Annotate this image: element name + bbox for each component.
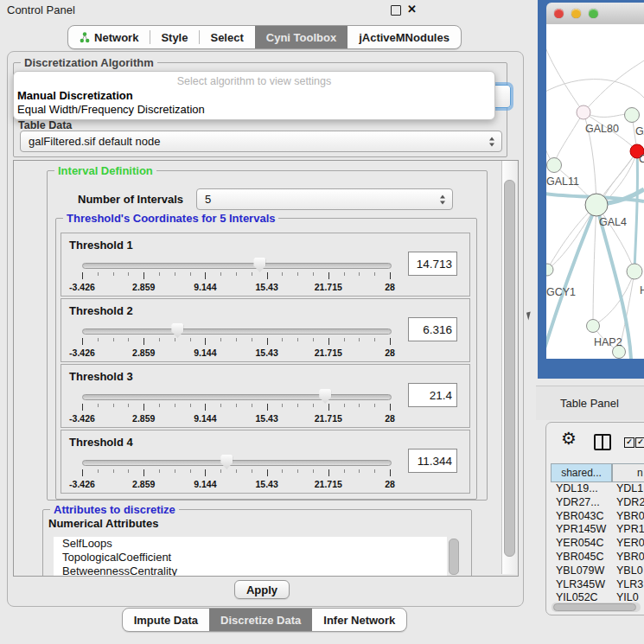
tick-label: 28: [385, 479, 395, 489]
table-header-row: shared... n: [551, 463, 644, 482]
tick-label: 2.859: [132, 282, 155, 292]
network-canvas[interactable]: GAL80GACGAL11GAL4GCY1HHAP2: [546, 24, 644, 359]
dropdown-hint: Select algorithm to view settings: [14, 75, 494, 87]
minimize-traffic-light-icon[interactable]: [571, 9, 581, 18]
table-row[interactable]: YPR145WYPR1: [551, 523, 644, 537]
zoom-traffic-light-icon[interactable]: [589, 9, 598, 18]
slider-thumb[interactable]: [319, 389, 331, 404]
table-row[interactable]: YDL19...YDL1: [551, 482, 644, 496]
table-row[interactable]: YIL052CYIL0: [551, 591, 644, 603]
attribute-list-item[interactable]: BetweennessCentrality: [54, 564, 447, 577]
checkbox-icon[interactable]: ✓: [635, 437, 644, 448]
column-header-name[interactable]: n: [612, 463, 644, 482]
columns-icon[interactable]: [594, 434, 611, 450]
table-rows[interactable]: YDL19...YDL1YDR27...YDR2YBR043CYBR0YPR14…: [551, 482, 644, 603]
network-node[interactable]: [627, 264, 642, 279]
slider-tick-labels: -3.4262.8599.14415.4321.71528: [82, 479, 390, 489]
tick-mark: [344, 404, 345, 407]
tick-mark: [113, 404, 114, 407]
column-header-shared[interactable]: shared...: [551, 463, 612, 482]
network-node-label: GAL80: [585, 123, 619, 135]
number-of-intervals-select[interactable]: 5: [196, 188, 453, 210]
slider-thumb[interactable]: [220, 455, 233, 469]
tick-mark: [190, 469, 191, 473]
threshold-value-field[interactable]: [408, 383, 457, 407]
network-node[interactable]: [587, 320, 600, 333]
tick-mark: [328, 469, 329, 476]
number-of-intervals-label: Number of Intervals: [78, 193, 183, 206]
tick-mark: [98, 338, 99, 341]
panel-scrollbar-track[interactable]: [501, 161, 517, 574]
threshold-slider[interactable]: -3.4262.8599.14415.4321.71528: [82, 389, 390, 425]
network-node[interactable]: [625, 108, 640, 123]
cell-name: YPR1: [616, 523, 644, 535]
checkbox-icon[interactable]: ✓: [624, 437, 634, 448]
network-view-window: GAL80GACGAL11GAL4GCY1HHAP2: [538, 0, 644, 379]
discretization-algorithm-title: Discretization Algorithm: [21, 56, 157, 69]
threshold-value-field[interactable]: [408, 449, 457, 473]
tick-mark: [267, 338, 268, 345]
tab-jactivemnodules[interactable]: jActiveMNodules: [348, 26, 461, 48]
apply-button[interactable]: Apply: [234, 580, 290, 599]
slider-track[interactable]: [82, 394, 392, 400]
tick-mark: [113, 272, 114, 276]
tick-mark: [175, 404, 175, 407]
table-row[interactable]: YBR043CYBR0: [551, 510, 644, 524]
tick-mark: [220, 404, 221, 407]
tick-mark: [220, 338, 221, 341]
threshold-slider[interactable]: -3.4262.8599.14415.4321.71528: [82, 455, 390, 491]
table-row[interactable]: YBL079WYBL0: [551, 564, 644, 578]
network-node[interactable]: [585, 194, 608, 216]
table-row[interactable]: YBR045CYBR0: [551, 551, 644, 564]
close-traffic-light-icon[interactable]: [554, 9, 564, 18]
tab-network[interactable]: Network: [68, 26, 150, 48]
tab-style[interactable]: Style: [150, 26, 199, 48]
attribute-list-item[interactable]: TopologicalCoefficient: [54, 551, 447, 564]
slider-track[interactable]: [82, 328, 392, 335]
attribute-list-item[interactable]: SelfLoops: [54, 537, 447, 551]
tab-discretize-data[interactable]: Discretize Data: [209, 609, 312, 631]
network-window-titlebar[interactable]: [546, 3, 644, 25]
table-row[interactable]: YER054CYER0: [551, 537, 644, 551]
attributes-list-scrollbar[interactable]: [449, 539, 459, 575]
threshold-slider[interactable]: -3.4262.8599.14415.4321.71528: [82, 323, 390, 360]
close-icon[interactable]: ✕: [407, 3, 417, 16]
settings-scroll-panel: Interval Definition Number of Intervals …: [13, 160, 519, 577]
table-row[interactable]: YDR27...YDR2: [551, 496, 644, 510]
threshold-panel: Threshold 2-3.4262.8599.14415.4321.71528: [61, 298, 470, 362]
tick-mark: [390, 338, 391, 345]
dropdown-option-manual[interactable]: Manual Discretization: [17, 89, 133, 102]
tab-impute-data[interactable]: Impute Data: [123, 609, 209, 631]
float-window-icon[interactable]: [391, 5, 401, 16]
tick-mark: [297, 272, 298, 276]
table-row[interactable]: YLR345WYLR3: [551, 578, 644, 592]
threshold-slider[interactable]: -3.4262.8599.14415.4321.71528: [82, 258, 390, 294]
tab-select[interactable]: Select: [199, 26, 254, 48]
panel-scrollbar-thumb[interactable]: [504, 180, 515, 557]
network-node[interactable]: [547, 158, 562, 173]
tab-infer-network[interactable]: Infer Network: [312, 609, 406, 631]
table-data-select[interactable]: galFiltered.sif default node: [20, 131, 502, 152]
tick-mark: [205, 404, 206, 411]
slider-thumb[interactable]: [253, 258, 265, 272]
slider-track[interactable]: [82, 263, 392, 269]
numerical-attributes-label: Numerical Attributes: [48, 517, 158, 530]
tick-mark: [390, 404, 391, 411]
slider-track[interactable]: [82, 460, 392, 466]
threshold-value-field[interactable]: [408, 317, 457, 341]
table-hscrollbar-track[interactable]: [552, 603, 641, 612]
cell-name: YDR2: [616, 496, 644, 508]
dropdown-option-equal-width[interactable]: Equal Width/Frequency Discretization: [17, 103, 205, 116]
numerical-attributes-list[interactable]: SelfLoopsTopologicalCoefficientBetweenne…: [54, 537, 447, 577]
table-hscrollbar-thumb[interactable]: [553, 603, 636, 611]
slider-ticks: [82, 404, 390, 411]
threshold-value-field[interactable]: [408, 252, 457, 276]
slider-thumb[interactable]: [171, 323, 183, 338]
tick-mark: [159, 404, 160, 407]
tab-cyni-toolbox[interactable]: Cyni Toolbox: [255, 26, 348, 48]
network-node[interactable]: [577, 105, 590, 119]
network-node-label: GCY1: [546, 286, 576, 298]
tick-mark: [344, 272, 345, 276]
gear-icon[interactable]: ⚙: [561, 428, 577, 449]
tick-label: 15.43: [255, 413, 277, 424]
